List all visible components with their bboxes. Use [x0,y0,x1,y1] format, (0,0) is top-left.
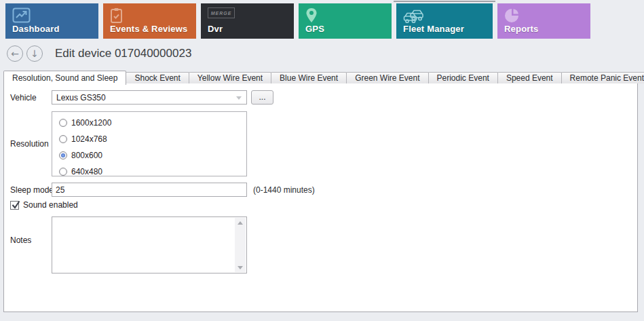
nav-tile-dvr[interactable]: merge Dvr [201,3,294,39]
radio-icon [59,135,67,143]
tab-remote-panic-event[interactable]: Remote Panic Event [561,72,644,83]
toolbar: ← ↓ Edit device 017040000023 [7,41,191,67]
back-button[interactable]: ← [7,45,23,62]
radio-icon [59,151,67,159]
radio-icon [59,168,67,176]
nav-tile-label: GPS [305,24,324,34]
radio-label: 800x600 [71,151,102,160]
radio-label: 1600x1200 [71,118,111,128]
selected-tab-indicator [394,1,495,2]
vehicle-browse-button[interactable]: ... [251,90,273,105]
nav-tile-label: Events & Reviews [110,24,187,34]
down-arrow-icon: ↓ [31,48,39,59]
tab-blue-wire-event[interactable]: Blue Wire Event [271,72,347,83]
nav-tile-events-reviews[interactable]: Events & Reviews [103,3,196,39]
sound-enabled-checkbox-row[interactable]: Sound enabled [10,200,78,210]
tab-strip: Resolution, Sound and Sleep Shock Event … [3,70,644,83]
sleep-mode-hint: (0-1440 minutes) [253,185,315,195]
notes-field-wrap [52,216,247,273]
nav-tile-reports[interactable]: Reports [497,3,590,39]
tab-shock-event[interactable]: Shock Event [126,72,189,83]
notes-scrollbar[interactable] [235,218,246,272]
vehicle-label: Vehicle [10,93,37,102]
nav-tile-fleet-manager[interactable]: Fleet Manager [396,3,493,39]
nav-tile-label: Fleet Manager [403,24,464,34]
tab-resolution-sound-sleep[interactable]: Resolution, Sound and Sleep [3,71,126,85]
scroll-up-icon[interactable] [235,218,246,228]
nav-tile-gps[interactable]: GPS [299,3,392,39]
sound-enabled-label: Sound enabled [23,200,78,210]
vehicle-dropdown[interactable]: Lexus GS350 [52,90,247,105]
radio-1024x768[interactable]: 1024x768 [59,134,107,145]
sleep-mode-label: Sleep mode [10,185,54,195]
resolution-group: 1600x1200 1024x768 800x600 640x480 [52,111,247,176]
tab-yellow-wire-event[interactable]: Yellow Wire Event [189,72,271,83]
checkbox-checked-icon [10,201,19,210]
merge-badge-icon: merge [208,7,235,18]
nav-tile-label: Dashboard [12,24,60,34]
notes-label: Notes [10,235,31,245]
vehicle-dropdown-value: Lexus GS350 [56,93,106,102]
radio-label: 640x480 [71,167,102,176]
tab-green-wire-event[interactable]: Green Wire Event [346,72,428,83]
tab-periodic-event[interactable]: Periodic Event [428,72,498,83]
radio-640x480[interactable]: 640x480 [59,166,102,177]
device-settings-panel: Vehicle Lexus GS350 ... Resolution 1600x… [3,83,638,312]
back-arrow-icon: ← [11,48,19,59]
sleep-mode-input[interactable] [52,183,247,197]
nav-tile-dashboard[interactable]: Dashboard [5,3,98,39]
radio-800x600[interactable]: 800x600 [59,150,102,161]
scroll-down-icon[interactable] [235,262,246,272]
nav-tile-label: Dvr [208,24,223,34]
nav-tile-label: Reports [504,24,539,34]
radio-label: 1024x768 [71,134,107,144]
chevron-down-icon [236,96,242,100]
tab-speed-event[interactable]: Speed Event [497,72,562,83]
main-nav: Dashboard Events & Reviews merge Dvr GPS [5,3,590,39]
radio-1600x1200[interactable]: 1600x1200 [59,117,111,128]
radio-icon [59,119,67,127]
down-button[interactable]: ↓ [26,45,43,62]
resolution-label: Resolution [10,139,49,149]
page-title: Edit device 017040000023 [55,47,191,60]
notes-textarea[interactable] [52,217,234,273]
